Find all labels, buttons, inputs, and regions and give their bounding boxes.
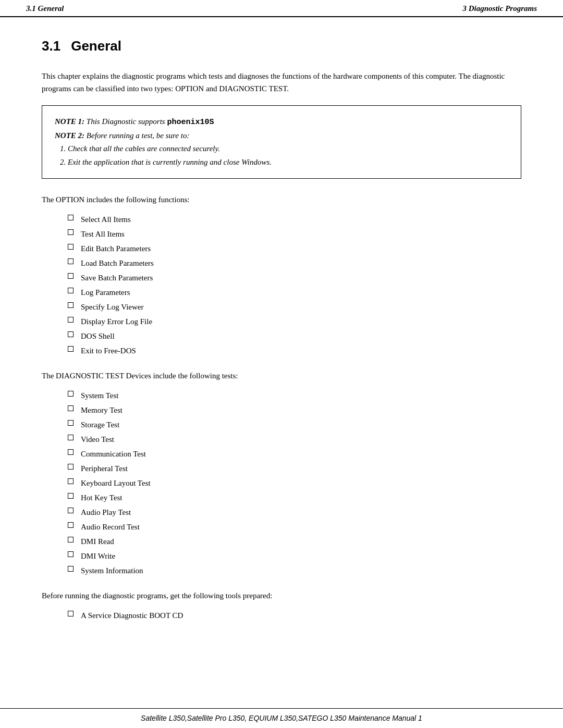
section-title: 3.1General	[42, 38, 521, 54]
header-bar: 3.1 General 3 Diagnostic Programs	[0, 0, 563, 17]
diagnostic-list: System TestMemory TestStorage TestVideo …	[68, 389, 521, 577]
list-item: Display Error Log File	[68, 315, 521, 328]
note2-line: NOTE 2: Before running a test, be sure t…	[55, 129, 508, 143]
note1-text: This Diagnostic supports	[84, 117, 167, 126]
bullet-icon	[68, 331, 74, 337]
list-item: Communication Test	[68, 448, 521, 460]
list-item: Storage Test	[68, 418, 521, 431]
note-box: NOTE 1: This Diagnostic supports phoenix…	[42, 105, 521, 179]
bullet-icon	[68, 391, 74, 397]
list-item: System Information	[68, 564, 521, 577]
header-right: 3 Diagnostic Programs	[462, 4, 537, 13]
bullet-icon	[68, 346, 74, 352]
option-list: Select All ItemsTest All ItemsEdit Batch…	[68, 213, 521, 357]
bullet-icon	[68, 405, 74, 411]
list-item: A Service Diagnostic BOOT CD	[68, 609, 521, 622]
bullet-icon	[68, 435, 74, 440]
bullet-icon	[68, 478, 74, 484]
list-item: Memory Test	[68, 404, 521, 416]
list-item: Hot Key Test	[68, 491, 521, 504]
list-item: Log Parameters	[68, 286, 521, 299]
tools-list: A Service Diagnostic BOOT CD	[68, 609, 521, 622]
bullet-icon	[68, 464, 74, 470]
main-content: 3.1General This chapter explains the dia…	[0, 17, 563, 676]
bullet-icon	[68, 302, 74, 308]
bullet-icon	[68, 215, 74, 220]
header-left: 3.1 General	[26, 4, 64, 13]
bullet-icon	[68, 537, 74, 542]
bullet-icon	[68, 420, 74, 426]
bullet-icon	[68, 508, 74, 513]
list-item: Peripheral Test	[68, 462, 521, 475]
bullet-icon	[68, 317, 74, 323]
note1-brand: phoenix10S	[167, 118, 214, 127]
bullet-icon	[68, 449, 74, 455]
footer-text: Satellite L350,Satellite Pro L350, EQUIU…	[141, 714, 422, 722]
bullet-icon	[68, 244, 74, 250]
bullet-icon	[68, 551, 74, 557]
list-item: DOS Shell	[68, 330, 521, 342]
list-item: Audio Record Test	[68, 521, 521, 533]
list-item: DMI Write	[68, 550, 521, 562]
note1-label: NOTE 1:	[55, 117, 84, 126]
list-item: Test All Items	[68, 228, 521, 240]
bullet-icon	[68, 288, 74, 293]
list-item: Specify Log Viewer	[68, 301, 521, 313]
note-item1: 1. Check that all the cables are connect…	[60, 142, 508, 156]
section-title-text: General	[71, 38, 121, 54]
list-item: Audio Play Test	[68, 506, 521, 519]
list-item: Edit Batch Parameters	[68, 242, 521, 255]
footer: Satellite L350,Satellite Pro L350, EQUIU…	[0, 708, 563, 728]
bullet-icon	[68, 566, 74, 572]
bullet-icon	[68, 522, 74, 528]
intro-paragraph: This chapter explains the diagnostic pro…	[42, 70, 521, 95]
list-item: Select All Items	[68, 213, 521, 226]
list-item: Load Batch Parameters	[68, 257, 521, 269]
list-item: Save Batch Parameters	[68, 272, 521, 284]
diagnostic-intro: The DIAGNOSTIC TEST Devices include the …	[42, 369, 521, 382]
bullet-icon	[68, 258, 74, 264]
tools-intro: Before running the diagnostic programs, …	[42, 589, 521, 602]
bullet-icon	[68, 493, 74, 499]
bullet-icon	[68, 273, 74, 279]
option-intro: The OPTION includes the following functi…	[42, 193, 521, 206]
list-item: System Test	[68, 389, 521, 402]
list-item: DMI Read	[68, 535, 521, 548]
note2-text: Before running a test, be sure to:	[84, 131, 189, 140]
list-item: Video Test	[68, 433, 521, 446]
list-item: Keyboard Layout Test	[68, 477, 521, 489]
list-item: Exit to Free-DOS	[68, 344, 521, 357]
page-wrapper: 3.1 General 3 Diagnostic Programs 3.1Gen…	[0, 0, 563, 728]
bullet-icon	[68, 611, 74, 616]
bullet-icon	[68, 229, 74, 235]
note1-line: NOTE 1: This Diagnostic supports phoenix…	[55, 115, 508, 129]
note-item2: 2. Exit the application that is currentl…	[60, 156, 508, 169]
section-number: 3.1	[42, 38, 60, 54]
note2-label: NOTE 2:	[55, 131, 84, 140]
